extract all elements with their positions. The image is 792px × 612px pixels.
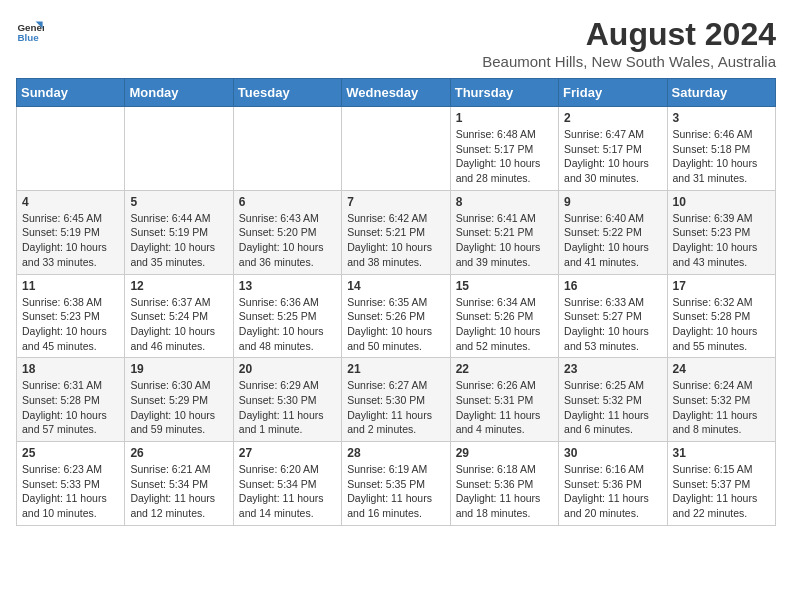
calendar-cell: 2Sunrise: 6:47 AM Sunset: 5:17 PM Daylig…	[559, 107, 667, 191]
calendar-cell: 18Sunrise: 6:31 AM Sunset: 5:28 PM Dayli…	[17, 358, 125, 442]
calendar-cell: 20Sunrise: 6:29 AM Sunset: 5:30 PM Dayli…	[233, 358, 341, 442]
calendar-cell	[125, 107, 233, 191]
day-number: 7	[347, 195, 444, 209]
calendar-cell: 5Sunrise: 6:44 AM Sunset: 5:19 PM Daylig…	[125, 190, 233, 274]
day-info: Sunrise: 6:39 AM Sunset: 5:23 PM Dayligh…	[673, 211, 770, 270]
calendar-table: SundayMondayTuesdayWednesdayThursdayFrid…	[16, 78, 776, 526]
weekday-header-row: SundayMondayTuesdayWednesdayThursdayFrid…	[17, 79, 776, 107]
day-info: Sunrise: 6:35 AM Sunset: 5:26 PM Dayligh…	[347, 295, 444, 354]
day-number: 5	[130, 195, 227, 209]
day-number: 9	[564, 195, 661, 209]
day-number: 28	[347, 446, 444, 460]
day-number: 13	[239, 279, 336, 293]
weekday-header-monday: Monday	[125, 79, 233, 107]
calendar-cell: 12Sunrise: 6:37 AM Sunset: 5:24 PM Dayli…	[125, 274, 233, 358]
day-number: 2	[564, 111, 661, 125]
calendar-cell: 29Sunrise: 6:18 AM Sunset: 5:36 PM Dayli…	[450, 442, 558, 526]
calendar-week-row: 18Sunrise: 6:31 AM Sunset: 5:28 PM Dayli…	[17, 358, 776, 442]
day-info: Sunrise: 6:36 AM Sunset: 5:25 PM Dayligh…	[239, 295, 336, 354]
calendar-cell	[17, 107, 125, 191]
calendar-cell: 31Sunrise: 6:15 AM Sunset: 5:37 PM Dayli…	[667, 442, 775, 526]
calendar-week-row: 25Sunrise: 6:23 AM Sunset: 5:33 PM Dayli…	[17, 442, 776, 526]
day-number: 12	[130, 279, 227, 293]
day-info: Sunrise: 6:21 AM Sunset: 5:34 PM Dayligh…	[130, 462, 227, 521]
calendar-cell: 7Sunrise: 6:42 AM Sunset: 5:21 PM Daylig…	[342, 190, 450, 274]
calendar-cell: 13Sunrise: 6:36 AM Sunset: 5:25 PM Dayli…	[233, 274, 341, 358]
calendar-cell: 27Sunrise: 6:20 AM Sunset: 5:34 PM Dayli…	[233, 442, 341, 526]
calendar-cell: 21Sunrise: 6:27 AM Sunset: 5:30 PM Dayli…	[342, 358, 450, 442]
day-info: Sunrise: 6:38 AM Sunset: 5:23 PM Dayligh…	[22, 295, 119, 354]
day-info: Sunrise: 6:45 AM Sunset: 5:19 PM Dayligh…	[22, 211, 119, 270]
calendar-cell: 11Sunrise: 6:38 AM Sunset: 5:23 PM Dayli…	[17, 274, 125, 358]
weekday-header-sunday: Sunday	[17, 79, 125, 107]
day-number: 25	[22, 446, 119, 460]
calendar-cell: 15Sunrise: 6:34 AM Sunset: 5:26 PM Dayli…	[450, 274, 558, 358]
day-info: Sunrise: 6:46 AM Sunset: 5:18 PM Dayligh…	[673, 127, 770, 186]
day-info: Sunrise: 6:18 AM Sunset: 5:36 PM Dayligh…	[456, 462, 553, 521]
weekday-header-wednesday: Wednesday	[342, 79, 450, 107]
weekday-header-friday: Friday	[559, 79, 667, 107]
day-number: 26	[130, 446, 227, 460]
weekday-header-tuesday: Tuesday	[233, 79, 341, 107]
logo-icon: General Blue	[16, 16, 44, 44]
day-info: Sunrise: 6:24 AM Sunset: 5:32 PM Dayligh…	[673, 378, 770, 437]
day-number: 10	[673, 195, 770, 209]
day-number: 30	[564, 446, 661, 460]
calendar-cell: 25Sunrise: 6:23 AM Sunset: 5:33 PM Dayli…	[17, 442, 125, 526]
logo: General Blue	[16, 16, 44, 44]
day-number: 21	[347, 362, 444, 376]
day-number: 14	[347, 279, 444, 293]
day-info: Sunrise: 6:43 AM Sunset: 5:20 PM Dayligh…	[239, 211, 336, 270]
calendar-cell: 17Sunrise: 6:32 AM Sunset: 5:28 PM Dayli…	[667, 274, 775, 358]
calendar-cell: 3Sunrise: 6:46 AM Sunset: 5:18 PM Daylig…	[667, 107, 775, 191]
day-number: 11	[22, 279, 119, 293]
calendar-cell: 4Sunrise: 6:45 AM Sunset: 5:19 PM Daylig…	[17, 190, 125, 274]
day-info: Sunrise: 6:30 AM Sunset: 5:29 PM Dayligh…	[130, 378, 227, 437]
day-info: Sunrise: 6:29 AM Sunset: 5:30 PM Dayligh…	[239, 378, 336, 437]
svg-text:Blue: Blue	[17, 32, 39, 43]
calendar-week-row: 1Sunrise: 6:48 AM Sunset: 5:17 PM Daylig…	[17, 107, 776, 191]
day-info: Sunrise: 6:25 AM Sunset: 5:32 PM Dayligh…	[564, 378, 661, 437]
day-number: 29	[456, 446, 553, 460]
day-info: Sunrise: 6:44 AM Sunset: 5:19 PM Dayligh…	[130, 211, 227, 270]
day-info: Sunrise: 6:31 AM Sunset: 5:28 PM Dayligh…	[22, 378, 119, 437]
calendar-week-row: 11Sunrise: 6:38 AM Sunset: 5:23 PM Dayli…	[17, 274, 776, 358]
day-number: 18	[22, 362, 119, 376]
month-year: August 2024	[482, 16, 776, 53]
calendar-cell: 26Sunrise: 6:21 AM Sunset: 5:34 PM Dayli…	[125, 442, 233, 526]
calendar-cell: 30Sunrise: 6:16 AM Sunset: 5:36 PM Dayli…	[559, 442, 667, 526]
day-info: Sunrise: 6:47 AM Sunset: 5:17 PM Dayligh…	[564, 127, 661, 186]
calendar-cell: 23Sunrise: 6:25 AM Sunset: 5:32 PM Dayli…	[559, 358, 667, 442]
day-number: 4	[22, 195, 119, 209]
day-number: 27	[239, 446, 336, 460]
day-info: Sunrise: 6:19 AM Sunset: 5:35 PM Dayligh…	[347, 462, 444, 521]
day-info: Sunrise: 6:48 AM Sunset: 5:17 PM Dayligh…	[456, 127, 553, 186]
day-info: Sunrise: 6:32 AM Sunset: 5:28 PM Dayligh…	[673, 295, 770, 354]
day-number: 31	[673, 446, 770, 460]
calendar-cell: 28Sunrise: 6:19 AM Sunset: 5:35 PM Dayli…	[342, 442, 450, 526]
calendar-cell: 14Sunrise: 6:35 AM Sunset: 5:26 PM Dayli…	[342, 274, 450, 358]
day-number: 17	[673, 279, 770, 293]
calendar-week-row: 4Sunrise: 6:45 AM Sunset: 5:19 PM Daylig…	[17, 190, 776, 274]
calendar-cell: 19Sunrise: 6:30 AM Sunset: 5:29 PM Dayli…	[125, 358, 233, 442]
day-number: 6	[239, 195, 336, 209]
day-number: 15	[456, 279, 553, 293]
day-info: Sunrise: 6:23 AM Sunset: 5:33 PM Dayligh…	[22, 462, 119, 521]
day-info: Sunrise: 6:34 AM Sunset: 5:26 PM Dayligh…	[456, 295, 553, 354]
weekday-header-saturday: Saturday	[667, 79, 775, 107]
calendar-cell: 8Sunrise: 6:41 AM Sunset: 5:21 PM Daylig…	[450, 190, 558, 274]
calendar-cell: 10Sunrise: 6:39 AM Sunset: 5:23 PM Dayli…	[667, 190, 775, 274]
calendar-cell: 16Sunrise: 6:33 AM Sunset: 5:27 PM Dayli…	[559, 274, 667, 358]
day-number: 20	[239, 362, 336, 376]
calendar-cell: 9Sunrise: 6:40 AM Sunset: 5:22 PM Daylig…	[559, 190, 667, 274]
calendar-cell	[342, 107, 450, 191]
day-number: 1	[456, 111, 553, 125]
day-info: Sunrise: 6:41 AM Sunset: 5:21 PM Dayligh…	[456, 211, 553, 270]
calendar-cell: 22Sunrise: 6:26 AM Sunset: 5:31 PM Dayli…	[450, 358, 558, 442]
day-info: Sunrise: 6:42 AM Sunset: 5:21 PM Dayligh…	[347, 211, 444, 270]
location: Beaumont Hills, New South Wales, Austral…	[482, 53, 776, 70]
day-info: Sunrise: 6:26 AM Sunset: 5:31 PM Dayligh…	[456, 378, 553, 437]
day-number: 23	[564, 362, 661, 376]
day-info: Sunrise: 6:15 AM Sunset: 5:37 PM Dayligh…	[673, 462, 770, 521]
day-number: 3	[673, 111, 770, 125]
